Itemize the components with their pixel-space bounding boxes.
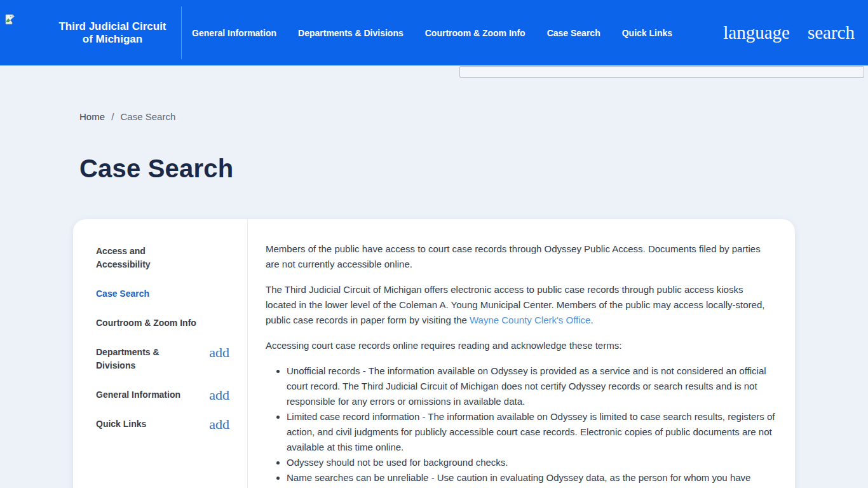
site-title-line1: Third Judicial Circuit: [55, 20, 170, 33]
nav-item-quick-links[interactable]: Quick Links: [622, 28, 672, 38]
sidebar-item-label: Courtroom & Zoom Info: [96, 316, 196, 330]
sidebar-item-label: Departments & Divisions: [96, 346, 198, 372]
sidebar-item-case-search[interactable]: Case Search: [96, 287, 247, 301]
terms-list: Unofficial records - The information ava…: [266, 363, 776, 488]
section-content: Members of the public have access to cou…: [248, 219, 795, 488]
sidebar-item-label: Quick Links: [96, 417, 146, 431]
term-item-background-checks: Odyssey should not be used for backgroun…: [287, 455, 776, 470]
logo-block[interactable]: Third Judicial Circuit of Michigan: [0, 6, 182, 59]
breadcrumb: Home / Case Search: [79, 111, 175, 122]
terms-intro-paragraph: Accessing court case records online requ…: [266, 338, 776, 353]
term-item-name-searches: Name searches can be unreliable - Use ca…: [287, 470, 776, 488]
sidebar-item-departments-divisions[interactable]: Departments & Divisions add: [96, 346, 247, 372]
term-item-limited-information: Limited case record information - The in…: [287, 409, 776, 455]
nav-item-general-information[interactable]: General Information: [192, 28, 276, 38]
sidebar-item-access-accessibility[interactable]: Access and Accessibility: [96, 245, 247, 271]
kiosk-paragraph-period: .: [590, 315, 593, 325]
nav-item-departments-divisions[interactable]: Departments & Divisions: [298, 28, 403, 38]
wayne-county-clerk-link[interactable]: Wayne County Clerk's Office: [470, 315, 590, 325]
search-input[interactable]: [459, 66, 864, 78]
term-item-unofficial-records: Unofficial records - The information ava…: [287, 363, 776, 409]
nav-item-case-search[interactable]: Case Search: [547, 28, 600, 38]
kiosk-paragraph: The Third Judicial Circuit of Michigan o…: [266, 282, 776, 328]
header-actions: language search: [723, 0, 855, 65]
expand-add-icon[interactable]: add: [209, 388, 229, 402]
main-nav: General Information Departments & Divisi…: [192, 28, 672, 38]
breadcrumb-current: Case Search: [121, 111, 176, 122]
sidebar-item-label: Access and Accessibility: [96, 245, 198, 271]
sidebar-item-label: Case Search: [96, 287, 149, 301]
breadcrumb-home-link[interactable]: Home: [79, 111, 105, 122]
expand-add-icon[interactable]: add: [209, 346, 229, 359]
sidebar-item-general-information[interactable]: General Information add: [96, 388, 247, 402]
content-card: Access and Accessibility Case Search Cou…: [73, 219, 795, 488]
intro-paragraph: Members of the public have access to cou…: [266, 241, 776, 272]
site-title-line2: of Michigan: [55, 33, 170, 46]
sidebar-item-label: General Information: [96, 388, 180, 402]
page-title: Case Search: [79, 154, 233, 183]
site-header: Third Judicial Circuit of Michigan Gener…: [0, 0, 868, 65]
expand-add-icon[interactable]: add: [209, 417, 229, 431]
sidebar-item-quick-links[interactable]: Quick Links add: [96, 417, 247, 431]
search-icon[interactable]: search: [808, 24, 855, 42]
breadcrumb-separator: /: [111, 111, 114, 122]
site-title[interactable]: Third Judicial Circuit of Michigan: [55, 20, 170, 46]
section-sidebar: Access and Accessibility Case Search Cou…: [73, 219, 248, 488]
broken-image-icon: [5, 14, 15, 25]
nav-item-courtroom-zoom-info[interactable]: Courtroom & Zoom Info: [425, 28, 526, 38]
sidebar-item-courtroom-zoom-info[interactable]: Courtroom & Zoom Info: [96, 316, 247, 330]
language-icon[interactable]: language: [723, 24, 790, 42]
